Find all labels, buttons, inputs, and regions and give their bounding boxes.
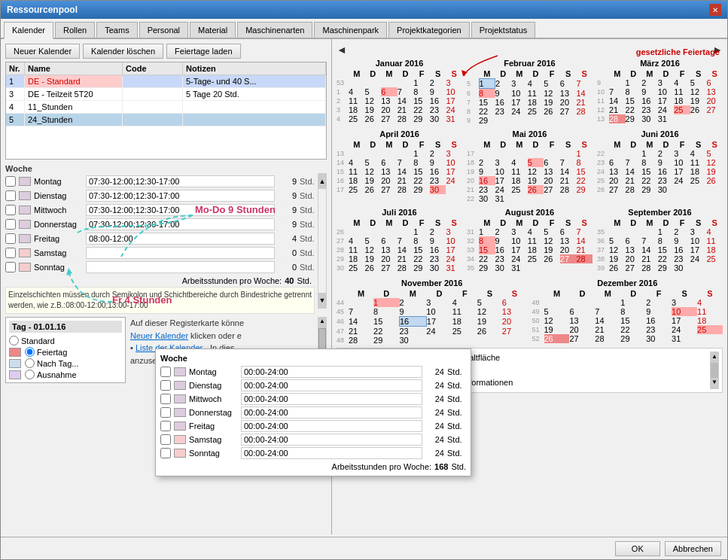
montag-std: Std. <box>300 177 315 186</box>
sonntag-checkbox[interactable] <box>5 262 16 272</box>
scroll-up[interactable]: ▲ <box>318 174 326 189</box>
overlay-donnerstag-time[interactable] <box>241 406 422 418</box>
overlay-sonntag-time[interactable] <box>241 447 422 459</box>
sonntag-std: Std. <box>300 263 315 272</box>
calendars-grid-2: November 2016 MDMDFSS 44123456 457891011… <box>337 278 723 345</box>
montag-label: Montag <box>34 177 83 186</box>
november-title: November 2016 <box>337 278 528 288</box>
sonntag-label: Sonntag <box>34 263 83 272</box>
ausnahme-radio[interactable] <box>25 370 35 379</box>
overlay-montag-label: Montag <box>189 367 238 376</box>
tab-kalender[interactable]: Kalender <box>4 22 53 39</box>
tab-maschinenpark[interactable]: Maschinenpark <box>314 22 387 38</box>
mittwoch-time-input[interactable] <box>86 204 275 216</box>
august-title: August 2016 <box>467 208 592 217</box>
overlay-dienstag-color <box>174 381 186 390</box>
montag-time-input[interactable] <box>86 175 275 187</box>
mittwoch-std: Std. <box>300 205 315 215</box>
neuer-kalender-link[interactable]: Neuer Kalender <box>130 331 188 340</box>
prev-button[interactable]: ◄ <box>337 44 347 56</box>
overlay-samstag-cb[interactable] <box>160 434 171 445</box>
tab-personal[interactable]: Personal <box>139 22 188 38</box>
feiertag-radio[interactable] <box>25 347 35 357</box>
overlay-samstag-label: Samstag <box>189 435 238 444</box>
right-scroll-down[interactable]: ▼ <box>711 378 718 388</box>
overlay-donnerstag-cb[interactable] <box>160 407 171 418</box>
tab-teams[interactable]: Teams <box>96 22 137 38</box>
sonntag-time-input[interactable] <box>86 261 275 273</box>
overlay-samstag-row: Samstag 24 Std. <box>160 434 466 446</box>
ausnahme-color <box>9 370 21 379</box>
ok-button[interactable]: OK <box>615 541 660 556</box>
next-button[interactable]: ► <box>712 44 723 56</box>
calendars-grid: Januar 2016 MDMDFSS 53123 145678910 2111… <box>337 59 723 272</box>
overlay-freitag-time[interactable] <box>241 420 422 432</box>
overlay-sonntag-std: Std. <box>447 449 466 458</box>
samstag-time-input[interactable] <box>86 247 275 259</box>
overlay-dienstag-label: Dienstag <box>189 381 238 390</box>
overlay-donnerstag-std: Std. <box>447 408 466 417</box>
tab-projektstatus[interactable]: Projektstatus <box>471 22 536 38</box>
overlay-mittwoch-time[interactable] <box>241 393 422 405</box>
month-mai: Mai 2016 MDMDFSS 171 182345678 199101112… <box>467 129 592 203</box>
overlay-mittwoch-cb[interactable] <box>160 394 171 404</box>
overlay-montag-time[interactable] <box>241 366 422 378</box>
overlay-freitag-cb[interactable] <box>160 421 171 431</box>
right-info-scrollbar[interactable]: ▲ ▼ <box>710 352 719 389</box>
dienstag-std: Std. <box>300 191 315 200</box>
juli-title: Juli 2016 <box>337 208 462 217</box>
overlay-samstag-time[interactable] <box>241 434 422 446</box>
samstag-color <box>19 248 31 257</box>
list-item[interactable]: 3 DE - Teilzeit 5T20 5 Tage 20 Std. <box>6 88 326 101</box>
nach-tag-radio[interactable] <box>25 358 35 368</box>
tab-projektkategorien[interactable]: Projektkategorien <box>388 22 470 38</box>
donnerstag-checkbox[interactable] <box>5 219 16 230</box>
standard-label: Standard <box>21 336 55 345</box>
overlay-arbeitsstunden-label: Arbeitsstunden pro Woche: <box>332 462 431 471</box>
feiertage-laden-button[interactable]: Feiertage laden <box>166 44 240 59</box>
februar-table: MDMDFSS 51234567 6891011121314 715161718… <box>467 69 592 125</box>
montag-hours: 9 <box>278 177 297 186</box>
window-title: Ressourcenpool <box>7 5 78 15</box>
overlay-dienstag-hours: 24 <box>425 381 444 390</box>
overlay-montag-cb[interactable] <box>160 367 171 377</box>
tag-title: Tag - 01.01.16 <box>9 321 122 333</box>
abbrechen-button[interactable]: Abbrechen <box>665 541 721 556</box>
mittwoch-checkbox[interactable] <box>5 205 16 215</box>
month-maerz: März 2016 MDMDFSS 9123456 1078910111213 … <box>597 59 723 125</box>
standard-radio[interactable] <box>9 336 19 345</box>
woche-row-sonntag: Sonntag 0 Std. <box>5 260 315 275</box>
maerz-table: MDMDFSS 9123456 1078910111213 1114151617… <box>597 69 723 123</box>
montag-checkbox[interactable] <box>5 176 16 187</box>
info-scroll-up[interactable]: ▲ <box>318 318 326 328</box>
donnerstag-time-input[interactable] <box>86 218 275 230</box>
overlay-dienstag-cb[interactable] <box>160 380 171 391</box>
close-button[interactable]: ✕ <box>709 4 721 16</box>
arbeitsstunden-value: 40 <box>285 276 294 285</box>
freitag-time-input[interactable] <box>86 233 275 245</box>
woche-row-montag: Montag 9 Std. <box>5 175 315 189</box>
dienstag-time-input[interactable] <box>86 190 275 202</box>
dienstag-checkbox[interactable] <box>5 190 16 201</box>
list-item[interactable]: 1 DE - Standard 5-Tage- und 40 S... <box>6 75 326 88</box>
woche-scrollbar[interactable]: ▲ ▼ <box>318 173 327 309</box>
titlebar: Ressourcenpool ✕ <box>1 1 727 19</box>
overlay-dienstag-time[interactable] <box>241 379 422 391</box>
dienstag-color <box>19 191 31 200</box>
right-scroll-up[interactable]: ▲ <box>711 352 718 363</box>
dienstag-hours: 9 <box>278 191 297 200</box>
freitag-checkbox[interactable] <box>5 233 16 244</box>
tab-rollen[interactable]: Rollen <box>55 22 95 38</box>
main-window: Ressourcenpool ✕ Kalender Rollen Teams P… <box>0 0 728 560</box>
info-text-line2: klicken oder e <box>188 331 242 340</box>
list-item[interactable]: 5 24_Stunden <box>6 114 326 126</box>
tab-maschinenarten[interactable]: Maschinenarten <box>237 22 312 38</box>
neuer-kalender-button[interactable]: Neuer Kalender <box>5 44 80 59</box>
samstag-checkbox[interactable] <box>5 248 16 258</box>
tab-material[interactable]: Material <box>190 22 236 38</box>
list-item[interactable]: 4 11_Stunden <box>6 101 326 114</box>
overlay-donnerstag-hours: 24 <box>425 408 444 417</box>
overlay-sonntag-cb[interactable] <box>160 448 171 458</box>
kalender-loeschen-button[interactable]: Kalender löschen <box>83 44 163 59</box>
scroll-down[interactable]: ▼ <box>318 293 326 308</box>
